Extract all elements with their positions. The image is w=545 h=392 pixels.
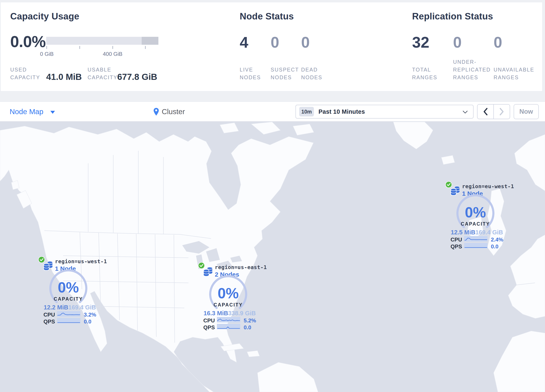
view-selector-node-map[interactable]: Node Map [10,102,55,121]
capacity-bar-dark-segment [142,37,158,45]
total-ranges-label: TOTAL RANGES [412,66,446,81]
map-pin-icon [154,108,159,116]
view-selector-label: Node Map [10,107,43,116]
qps-value: 0.0 [244,324,251,331]
region-total-capacity: 338.9 GiB [227,310,256,317]
capacity-usage-title: Capacity Usage [10,11,79,22]
region-capacity-caption: CAPACITY [444,221,507,227]
region-capacity-caption: CAPACITY [197,302,260,308]
chevron-down-icon [463,111,468,114]
region-used-capacity: 16.3 MiB [204,310,228,317]
region-capacity-percent: 0% [197,285,260,301]
qps-value: 0.0 [84,318,91,325]
capacity-axis-tick [79,46,80,49]
cpu-label: CPU [192,317,215,324]
dead-nodes-label: DEAD NODES [301,66,333,81]
cpu-value: 2.4% [491,236,503,243]
cpu-value: 3.2% [84,311,96,318]
node-status-title: Node Status [240,11,294,22]
breadcrumb[interactable]: Cluster [154,102,185,121]
unavailable-ranges-count: 0 [494,34,502,51]
qps-value: 0.0 [491,243,498,250]
cpu-label: CPU [439,236,462,243]
time-range-label: Past 10 Minutes [318,108,365,115]
qps-label: QPS [192,324,215,331]
region-marker-us-west-1[interactable]: region=us-west-1 1 Node 0% CAPACITY 12.2… [32,256,101,327]
breadcrumb-label: Cluster [162,107,185,116]
time-step-buttons [477,104,510,119]
qps-label: QPS [439,243,462,250]
cpu-sparkline [217,317,240,322]
qps-sparkline [464,243,488,248]
qps-sparkline [57,318,81,324]
region-label: region=us-west-1 [55,258,107,264]
under-replicated-ranges-label: UNDER-REPLICATED RANGES [453,58,496,81]
qps-sparkline [217,324,240,329]
capacity-axis-tick [46,46,47,49]
chevron-right-icon [499,107,504,116]
capacity-axis-label-400: 400 GiB [96,51,129,57]
capacity-axis-tick [145,46,146,49]
region-total-capacity: 169.4 GiB [68,304,96,311]
time-range-badge: 10m [299,107,314,117]
step-back-button[interactable] [477,105,494,119]
region-label: region=us-east-1 [215,264,267,270]
usable-capacity-value: 677.8 GiB [117,73,157,81]
capacity-axis-label-0: 0 GiB [34,51,59,57]
region-capacity-percent: 0% [37,279,100,296]
live-nodes-count: 4 [240,34,248,51]
capacity-bar [46,37,158,45]
dead-nodes-count: 0 [301,34,310,51]
suspect-nodes-label: SUSPECT NODES [271,66,304,81]
used-capacity-label: USED CAPACITY [10,66,46,81]
time-range-selector[interactable]: 10m Past 10 Minutes [296,105,474,118]
now-button[interactable]: Now [514,104,539,119]
region-total-capacity: 169.4 GiB [475,229,503,236]
cpu-sparkline [464,236,488,242]
cluster-overview-page: Capacity Usage 0.0% 0 GiB 400 GiB USED C… [0,0,545,392]
region-capacity-caption: CAPACITY [37,296,100,302]
cluster-summary-panel: Capacity Usage 0.0% 0 GiB 400 GiB USED C… [0,2,543,91]
used-capacity-value: 41.0 MiB [46,73,82,81]
step-forward-button[interactable] [494,105,510,119]
capacity-used-percent: 0.0% [10,33,46,50]
live-nodes-label: LIVE NODES [240,66,271,81]
node-map: region=us-west-1 1 Node 0% CAPACITY 12.2… [0,121,545,392]
region-used-capacity: 12.5 MiB [451,229,475,236]
region-capacity-percent: 0% [444,204,507,221]
qps-label: QPS [32,318,55,325]
map-toolbar: Node Map Cluster 10m Past 10 Minutes [0,102,545,121]
region-used-capacity: 12.2 MiB [44,304,68,311]
total-ranges-count: 32 [412,34,429,51]
replication-status-title: Replication Status [412,11,493,22]
capacity-axis-tick [112,46,113,49]
region-label: region=eu-west-1 [462,183,514,189]
chevron-left-icon [483,107,488,116]
hispaniola [247,351,260,357]
cpu-value: 5.2% [244,317,256,324]
region-marker-us-east-1[interactable]: region=us-east-1 2 Nodes 0% CAPACITY 16.… [192,262,261,333]
unavailable-ranges-label: UNAVAILABLE RANGES [494,66,541,81]
suspect-nodes-count: 0 [271,34,279,51]
region-marker-eu-west-1[interactable]: region=eu-west-1 1 Node 0% CAPACITY 12.5… [439,181,508,252]
under-replicated-ranges-count: 0 [453,34,462,51]
cpu-sparkline [57,311,81,317]
cpu-label: CPU [32,311,55,318]
caret-down-icon [50,111,55,114]
